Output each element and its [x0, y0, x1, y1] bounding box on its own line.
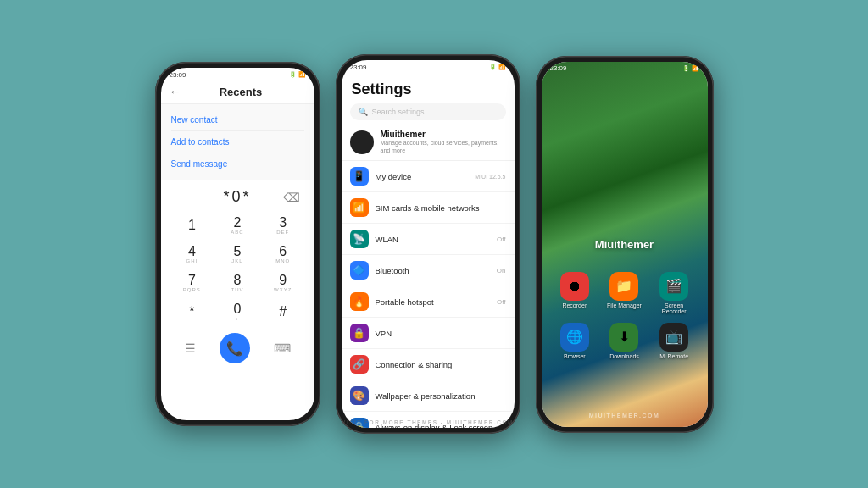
filemanager-label: File Manager: [607, 302, 642, 308]
hotspot-icon: 🔥: [350, 292, 369, 311]
time-1: 23:09: [170, 71, 186, 79]
phones-container: 23:09 🔋 📶 ← Recents New contact Add to c…: [0, 0, 868, 488]
phone-settings: 23:09 🔋 📶 Settings 🔍 Search settings Miu…: [336, 54, 520, 434]
downloads-label: Downloads: [609, 353, 639, 359]
app-row-1: ⏺ Recorder 📁 File Manager 🎬 Screen Recor…: [550, 272, 699, 314]
recents-header: ← Recents: [161, 81, 314, 104]
settings-item-sim[interactable]: 📶 SIM cards & mobile networks: [342, 192, 515, 224]
app-filemanager[interactable]: 📁 File Manager: [605, 272, 643, 314]
menu-icon[interactable]: ☰: [185, 341, 196, 355]
key-1[interactable]: 1: [170, 211, 215, 240]
bluetooth-icon: 🔷: [350, 261, 369, 280]
account-info: Miuithemer Manage accounts, cloud servic…: [381, 130, 506, 154]
mydevice-label: My device: [376, 172, 472, 181]
settings-item-mydevice[interactable]: 📱 My device MIUI 12.5.5: [342, 161, 515, 192]
screenrecorder-icon: 🎬: [659, 272, 688, 301]
wallpaper-icon: 🎨: [350, 386, 369, 405]
settings-item-bluetooth[interactable]: 🔷 Bluetooth On: [342, 255, 515, 286]
key-6[interactable]: 6MNO: [260, 240, 306, 269]
settings-item-vpn[interactable]: 🔒 VPN: [342, 318, 515, 349]
keypad-icon[interactable]: ⌨: [274, 341, 291, 355]
center-watermark: VISIT FOR MORE THEMES - MIUITHEMER.COM: [342, 419, 514, 425]
dialer-bottom: ☰ 📞 ⌨: [161, 326, 314, 369]
settings-item-wallpaper[interactable]: 🎨 Wallpaper & personalization: [342, 380, 515, 412]
phone-recents: 23:09 🔋 📶 ← Recents New contact Add to c…: [155, 62, 320, 426]
connection-icon: 🔗: [350, 355, 369, 374]
settings-item-wlan[interactable]: 📡 WLAN Off: [342, 224, 515, 255]
status-bar-2: 23:09 🔋 📶: [342, 60, 515, 74]
account-avatar: [350, 130, 374, 154]
key-star[interactable]: *: [170, 297, 215, 326]
account-name: Miuithemer: [381, 130, 506, 139]
key-5[interactable]: 5JKL: [214, 240, 260, 269]
key-4[interactable]: 4GHI: [170, 240, 215, 269]
status-icons-2: 🔋 📶: [489, 64, 506, 70]
contact-actions: New contact Add to contacts Send message: [161, 104, 314, 180]
app-screenrecorder[interactable]: 🎬 Screen Recorder: [655, 272, 693, 314]
settings-search[interactable]: 🔍 Search settings: [350, 103, 506, 120]
status-icons-3: 🔋 📶: [682, 65, 699, 72]
browser-icon: 🌐: [560, 323, 589, 352]
wlan-label: WLAN: [376, 235, 497, 244]
miremote-label: Mi Remote: [659, 353, 688, 359]
settings-item-hotspot[interactable]: 🔥 Portable hotspot Off: [342, 286, 515, 318]
new-contact-action[interactable]: New contact: [171, 109, 304, 131]
mydevice-icon: 📱: [350, 167, 369, 186]
back-button[interactable]: ←: [170, 85, 181, 98]
bluetooth-label: Bluetooth: [376, 266, 497, 275]
settings-account[interactable]: Miuithemer Manage accounts, cloud servic…: [342, 124, 515, 161]
recorder-label: Recorder: [562, 302, 587, 308]
time-2: 23:09: [350, 64, 367, 71]
wlan-value: Off: [497, 236, 506, 243]
time-3: 23:09: [550, 64, 567, 72]
app-grid: ⏺ Recorder 📁 File Manager 🎬 Screen Recor…: [542, 272, 708, 368]
keypad: 1 2ABC 3DEF 4GHI 5JKL 6MNO 7PQRS 8TUV 9W…: [161, 211, 314, 326]
wallpaper-label: Wallpaper & personalization: [376, 391, 506, 401]
wlan-icon: 📡: [350, 230, 369, 248]
account-desc: Manage accounts, cloud services, payment…: [381, 139, 506, 154]
app-recorder[interactable]: ⏺ Recorder: [556, 272, 593, 314]
downloads-icon: ⬇: [609, 323, 638, 352]
app-miremote[interactable]: 📺 Mi Remote: [655, 323, 693, 359]
key-7[interactable]: 7PQRS: [170, 269, 215, 297]
miremote-icon: 📺: [659, 323, 688, 352]
phone2-screen: 23:09 🔋 📶 Settings 🔍 Search settings Miu…: [342, 60, 515, 428]
miui-badge: MIUI 12.5.5: [475, 174, 505, 180]
hotspot-value: Off: [497, 298, 506, 306]
key-8[interactable]: 8TUV: [214, 269, 260, 297]
settings-item-connection[interactable]: 🔗 Connection & sharing: [342, 349, 515, 380]
status-bar-3: 23:09 🔋 📶: [542, 62, 708, 75]
sim-icon: 📶: [350, 198, 369, 217]
settings-list: 📱 My device MIUI 12.5.5 📶 SIM cards & mo…: [342, 161, 515, 428]
app-browser[interactable]: 🌐 Browser: [556, 323, 593, 359]
status-icons-1: 🔋 📶: [289, 71, 306, 78]
recents-title: Recents: [188, 86, 306, 98]
sim-label: SIM cards & mobile networks: [376, 203, 506, 213]
backspace-button[interactable]: ⌫: [283, 191, 303, 204]
home-watermark: MIUITHEMER.COM: [589, 413, 660, 419]
status-bar-1: 23:09 🔋 📶: [161, 68, 314, 81]
bluetooth-value: On: [497, 267, 506, 274]
key-2[interactable]: 2ABC: [214, 211, 260, 240]
call-button[interactable]: 📞: [220, 333, 250, 363]
key-hash[interactable]: #: [260, 297, 306, 326]
hotspot-label: Portable hotspot: [376, 297, 497, 307]
key-3[interactable]: 3DEF: [260, 211, 306, 240]
key-9[interactable]: 9WXYZ: [260, 269, 306, 297]
recorder-icon: ⏺: [560, 272, 589, 301]
vpn-icon: 🔒: [350, 324, 369, 342]
home-user-name: Miuithemer: [595, 238, 654, 251]
app-row-2: 🌐 Browser ⬇ Downloads 📺 Mi Remote: [550, 323, 699, 359]
key-0[interactable]: 0+: [214, 297, 260, 326]
search-icon: 🔍: [359, 108, 368, 116]
homescreen: 23:09 🔋 📶 Miuithemer ⏺ Recorder: [542, 62, 708, 427]
send-message-action[interactable]: Send message: [171, 153, 304, 175]
vpn-label: VPN: [376, 329, 506, 338]
phone3-screen: 23:09 🔋 📶 Miuithemer ⏺ Recorder: [542, 62, 708, 427]
settings-title: Settings: [352, 80, 412, 97]
dialed-number: *0*: [223, 188, 251, 206]
filemanager-icon: 📁: [609, 272, 638, 301]
app-downloads[interactable]: ⬇ Downloads: [605, 323, 643, 359]
add-to-contacts-action[interactable]: Add to contacts: [171, 131, 304, 153]
phone1-screen: 23:09 🔋 📶 ← Recents New contact Add to c…: [161, 68, 314, 420]
